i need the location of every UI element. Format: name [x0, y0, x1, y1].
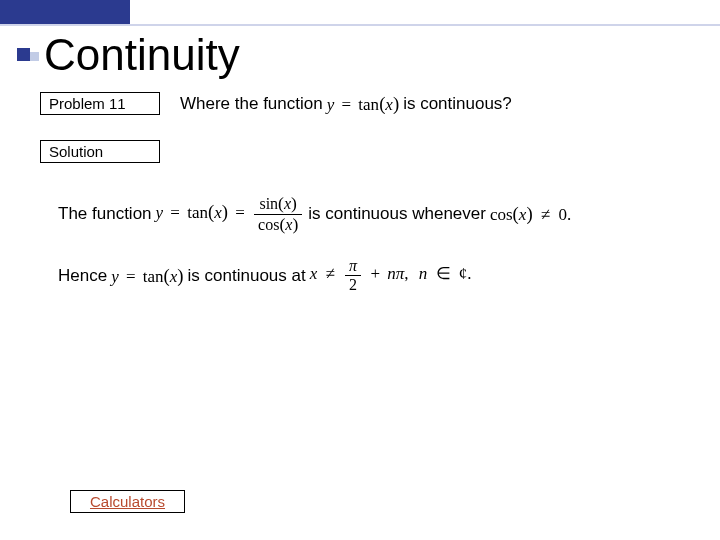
- l2-mid: is continuous at: [188, 266, 306, 286]
- calculators-box[interactable]: Calculators: [70, 490, 185, 513]
- solution-label: Solution: [49, 143, 103, 160]
- solution-line-1: The function y = tan(x) = sin(x) cos(x) …: [58, 195, 571, 233]
- problem-prompt: Where the function y = tan(x) is continu…: [180, 93, 512, 115]
- bullet-square-dark: [17, 48, 30, 61]
- fraction-sin-cos: sin(x) cos(x): [254, 195, 302, 233]
- l1-pre: The function: [58, 204, 152, 224]
- prompt-equation: y = tan(x): [327, 93, 399, 115]
- problem-label: Problem 11: [49, 95, 126, 112]
- accent-bar: [0, 0, 130, 24]
- l1-cond: cos(x) ≠ 0.: [490, 203, 571, 225]
- page-title: Continuity: [44, 30, 240, 80]
- prompt-post: is continuous?: [403, 94, 512, 114]
- l2-eq: y = tan(x): [111, 265, 183, 287]
- l2-cond: x ≠ π 2 + nπ, n ∈ ¢.: [310, 258, 472, 293]
- l1-mid: is continuous whenever: [308, 204, 486, 224]
- l2-pre: Hence: [58, 266, 107, 286]
- solution-line-2: Hence y = tan(x) is continuous at x ≠ π …: [58, 258, 472, 293]
- solution-label-box: Solution: [40, 140, 160, 163]
- problem-label-box: Problem 11: [40, 92, 160, 115]
- fraction-pi-2: π 2: [345, 258, 361, 293]
- l1-eq: y = tan(x) = sin(x) cos(x): [156, 195, 305, 233]
- prompt-pre: Where the function: [180, 94, 323, 114]
- horizontal-rule: [0, 24, 720, 26]
- calculators-link[interactable]: Calculators: [90, 493, 165, 510]
- bullet-square-light: [30, 52, 39, 61]
